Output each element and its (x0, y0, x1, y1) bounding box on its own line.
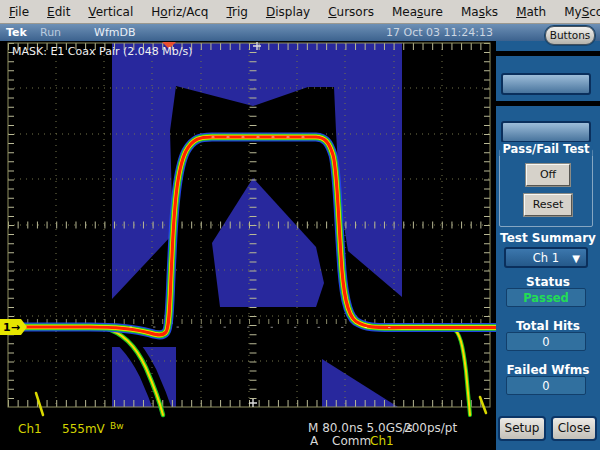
readout-bar: Ch1 555mV Bw M 80.0ns 5.0GS/s 200ps/pt A… (0, 419, 496, 450)
svg-text:1→: 1→ (3, 321, 20, 334)
timebase-readout[interactable]: M 80.0ns 5.0GS/s (308, 421, 413, 435)
status-bar: Tek Run WfmDB 17 Oct 03 11:24:13 (0, 24, 600, 41)
test-summary-title: Test Summary (496, 231, 600, 245)
total-hits-label: Total Hits (496, 319, 600, 333)
oscilloscope-screen: FileEditVerticalHoriz/AcqTrigDisplayCurs… (0, 0, 600, 450)
tek-logo: Tek (6, 26, 27, 39)
acquisition-state: Run (40, 26, 61, 39)
pass-fail-off-button[interactable]: Off (526, 164, 570, 186)
waveform-display: 1→ MASK: E1 Coax Pair (2.048 Mb/s) Ch1 5… (0, 41, 496, 450)
total-hits-value: 0 (506, 332, 586, 351)
menu-item-vertical[interactable]: Vertical (79, 0, 142, 24)
resolution-readout: 200ps/pt (404, 421, 457, 435)
panel-divider (496, 51, 600, 56)
setup-button[interactable]: Setup (498, 416, 546, 441)
menu-bar: FileEditVerticalHoriz/AcqTrigDisplayCurs… (0, 0, 600, 24)
menu-item-math[interactable]: Math (507, 0, 555, 24)
menu-item-edit[interactable]: Edit (38, 0, 79, 24)
buttons-button[interactable]: Buttons (545, 26, 595, 45)
ch1-label[interactable]: Ch1 (18, 422, 42, 436)
acquisition-mode: WfmDB (94, 26, 135, 39)
failed-wfms-label: Failed Wfms (496, 363, 600, 377)
readout-slot-1 (501, 73, 591, 95)
mask-title: MASK: E1 Coax Pair (2.048 Mb/s) (12, 45, 192, 58)
status-label: Status (496, 275, 600, 289)
menu-item-horizacq[interactable]: Horiz/Acq (142, 0, 217, 24)
chevron-down-icon: ▼ (572, 253, 580, 264)
trigger-coupling: Comm (332, 434, 371, 448)
pass-fail-reset-button[interactable]: Reset (524, 194, 572, 216)
pass-fail-group: Pass/Fail Test Off Reset (499, 149, 593, 227)
menu-item-measure[interactable]: Measure (383, 0, 452, 24)
menu-item-myscope[interactable]: MyScope (555, 0, 600, 24)
datetime: 17 Oct 03 11:24:13 (386, 26, 493, 39)
close-button[interactable]: Close (551, 416, 597, 441)
ch1-scale-readout[interactable]: 555mV (62, 422, 105, 436)
trigger-source[interactable]: Ch1 (370, 434, 394, 448)
channel-select-value: Ch 1 (533, 251, 559, 265)
bandwidth-indicator: Bw (110, 421, 124, 431)
menu-item-masks[interactable]: Masks (452, 0, 507, 24)
failed-wfms-value: 0 (506, 376, 586, 395)
status-value-box: Passed (506, 288, 586, 307)
channel-select-dropdown[interactable]: Ch 1 ▼ (504, 247, 588, 268)
readout-slot-2 (501, 121, 591, 143)
menu-item-cursors[interactable]: Cursors (319, 0, 383, 24)
pass-fail-title: Pass/Fail Test (499, 142, 592, 156)
panel-divider (496, 101, 600, 106)
menu-item-file[interactable]: File (0, 0, 38, 24)
menu-item-trig[interactable]: Trig (217, 0, 256, 24)
trigger-prefix: A (310, 434, 318, 448)
graticule-svg: 1→ MASK: E1 Coax Pair (2.048 Mb/s) (0, 41, 496, 419)
menu-item-display[interactable]: Display (257, 0, 319, 24)
status-value: Passed (523, 291, 569, 305)
control-panel: Pass/Fail Test Off Reset Test Summary Ch… (496, 41, 600, 450)
